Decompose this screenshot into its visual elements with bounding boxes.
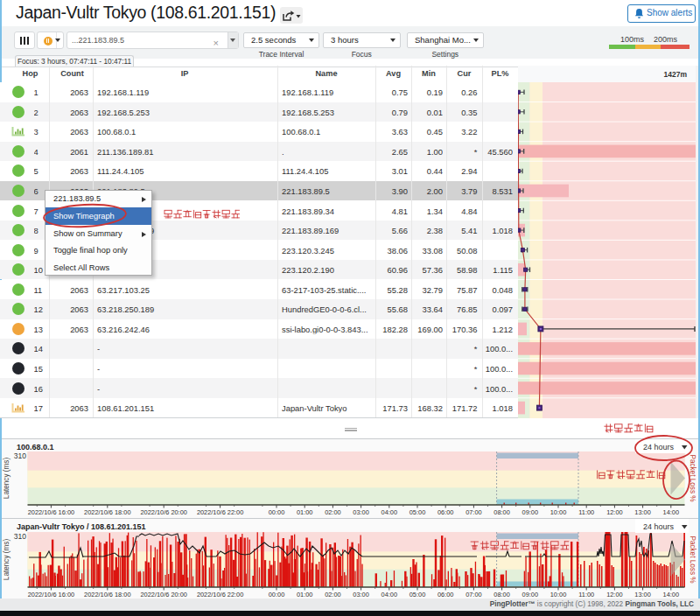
svg-text:13:00: 13:00: [634, 508, 651, 516]
svg-text:03:00: 03:00: [353, 508, 369, 516]
svg-text:06:00: 06:00: [438, 591, 454, 598]
svg-text:06:00: 06:00: [438, 508, 454, 516]
svg-text:08:00: 08:00: [494, 591, 510, 598]
svg-text:13:00: 13:00: [634, 591, 651, 598]
svg-text:00:00: 00:00: [269, 508, 285, 516]
svg-text:09:00: 09:00: [522, 591, 539, 598]
svg-text:12:00: 12:00: [606, 508, 623, 516]
svg-text:Japan-Vultr Tokyo / 108.61.201: Japan-Vultr Tokyo / 108.61.201.151: [17, 522, 146, 531]
svg-text:10:00: 10:00: [550, 591, 567, 598]
svg-text:2022/10/6 22:00: 2022/10/6 22:00: [197, 591, 243, 598]
svg-text:310: 310: [14, 452, 26, 460]
svg-text:2022/10/6 18:00: 2022/10/6 18:00: [84, 591, 130, 598]
svg-text:02:00: 02:00: [325, 591, 341, 598]
svg-text:00:00: 00:00: [269, 591, 285, 598]
svg-text:09:00: 09:00: [522, 508, 539, 516]
svg-text:Latency (ms): Latency (ms): [3, 458, 10, 500]
svg-text:04:00: 04:00: [382, 508, 398, 516]
svg-text:11:00: 11:00: [578, 591, 594, 598]
svg-text:08:00: 08:00: [494, 508, 510, 516]
svg-text:12:00: 12:00: [606, 591, 623, 598]
svg-text:03:00: 03:00: [353, 591, 369, 598]
svg-text:2022/10/6 20:00: 2022/10/6 20:00: [140, 508, 186, 516]
svg-text:24 hours: 24 hours: [643, 443, 675, 452]
svg-text:04:00: 04:00: [382, 591, 398, 598]
svg-text:05:00: 05:00: [410, 591, 426, 598]
svg-text:24 hours: 24 hours: [643, 522, 675, 531]
svg-text:Packet Loss %: Packet Loss %: [689, 454, 696, 501]
svg-text:2022/10/6 22:00: 2022/10/6 22:00: [197, 508, 243, 516]
svg-text:2022/10/6 16:00: 2022/10/6 16:00: [28, 591, 74, 598]
svg-text:07:00: 07:00: [466, 508, 482, 516]
svg-text:Latency (ms): Latency (ms): [3, 539, 10, 581]
svg-text:07:00: 07:00: [466, 591, 482, 598]
svg-text:05:00: 05:00: [410, 508, 426, 516]
svg-text:14:00: 14:00: [663, 591, 680, 598]
svg-text:310: 310: [14, 532, 26, 541]
svg-text:14:00: 14:00: [663, 508, 680, 516]
svg-text:Packet Loss %: Packet Loss %: [689, 536, 696, 583]
svg-text:2022/10/6 16:00: 2022/10/6 16:00: [28, 508, 74, 516]
svg-text:2022/10/6 20:00: 2022/10/6 20:00: [140, 591, 186, 598]
svg-text:01:00: 01:00: [297, 591, 313, 598]
svg-text:100.68.0.1: 100.68.0.1: [17, 443, 54, 452]
svg-text:02:00: 02:00: [325, 508, 341, 516]
svg-text:01:00: 01:00: [297, 508, 313, 516]
svg-text:2022/10/6 18:00: 2022/10/6 18:00: [84, 508, 130, 516]
svg-text:10:00: 10:00: [550, 508, 567, 516]
svg-text:11:00: 11:00: [578, 508, 594, 516]
